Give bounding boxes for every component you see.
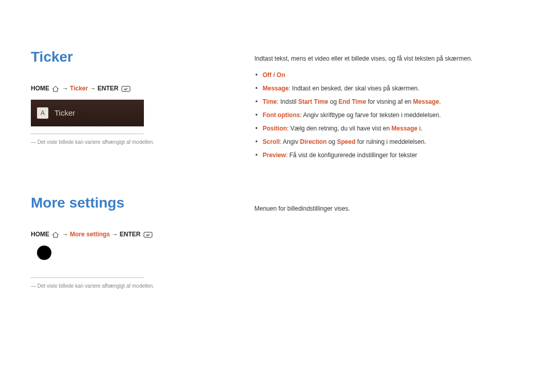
nav-home: HOME bbox=[31, 231, 49, 238]
nav-enter: ENTER bbox=[120, 231, 141, 238]
nav-arrow: → bbox=[90, 85, 98, 92]
svg-rect-0 bbox=[122, 86, 130, 91]
intro-text: Indtast tekst, mens et video eller et bi… bbox=[254, 54, 524, 63]
svg-rect-1 bbox=[144, 232, 152, 237]
enter-icon bbox=[143, 231, 153, 238]
screenshot-label: Ticker bbox=[54, 108, 75, 117]
screenshot-badge: A bbox=[37, 107, 48, 119]
nav-arrow: → bbox=[62, 85, 70, 92]
nav-path-ticker: HOME → Ticker → ENTER bbox=[31, 85, 200, 92]
nav-arrow: → bbox=[62, 231, 70, 238]
section-title-more: More settings bbox=[31, 195, 200, 211]
nav-home: HOME bbox=[31, 85, 49, 92]
intro-more: Menuen for billedindstillinger vises. bbox=[254, 204, 524, 213]
nav-path-more: HOME → More settings → ENTER bbox=[31, 231, 200, 238]
bullet-font: Font options: Angiv skrifttype og farve … bbox=[263, 110, 524, 120]
section-title-ticker: Ticker bbox=[31, 49, 200, 65]
nav-enter: ENTER bbox=[98, 85, 119, 92]
bullet-preview: Preview: Få vist de konfigurerede indsti… bbox=[263, 151, 524, 160]
nav-mid: More settings bbox=[70, 231, 110, 238]
screenshot-ticker: A Ticker bbox=[31, 100, 144, 126]
bullet-message: Message: Indtast en besked, der skal vis… bbox=[263, 84, 524, 93]
bullet-position: Position: Vælg den retning, du vil have … bbox=[263, 124, 524, 133]
bullet-scroll: Scroll: Angiv Direction og Speed for rul… bbox=[263, 137, 524, 146]
nav-arrow: → bbox=[112, 231, 119, 238]
more-settings-icon bbox=[37, 246, 51, 260]
nav-mid: Ticker bbox=[70, 85, 88, 92]
bullet-off-on: Off / On bbox=[263, 70, 524, 80]
divider bbox=[31, 277, 144, 278]
enter-icon bbox=[121, 85, 131, 92]
footnote-more: Det viste billede kan variere afhængigt … bbox=[31, 282, 200, 290]
footnote-ticker: Det viste billede kan variere afhængigt … bbox=[31, 138, 200, 146]
divider bbox=[31, 134, 144, 134]
bullet-time: Time: Indstil Start Time og End Time for… bbox=[263, 97, 524, 106]
home-icon bbox=[52, 85, 59, 92]
home-icon bbox=[52, 231, 59, 238]
